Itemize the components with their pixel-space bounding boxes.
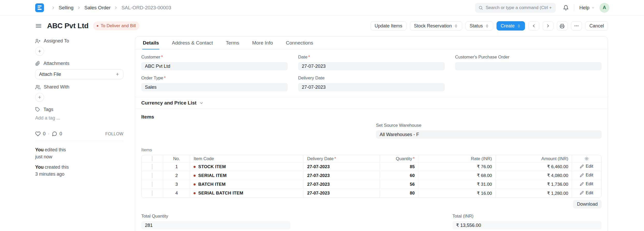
next-document-button[interactable] [543,21,553,31]
row-checkbox[interactable] [152,182,152,187]
notification-bell-icon[interactable] [563,5,569,11]
row-no: 1 [163,162,190,171]
global-search-input[interactable] [486,5,552,10]
source-warehouse-input[interactable]: All Warehouses - F [376,130,602,139]
comment-icon[interactable] [52,131,57,137]
delivery-date-input[interactable]: 27-07-2023 [298,83,445,91]
items-grid-label: Items [141,147,602,153]
required-marker: * [308,55,310,59]
attach-file-button[interactable]: Attach File [35,69,123,79]
row-checkbox[interactable] [152,164,152,169]
grid-settings-button[interactable] [572,155,601,162]
like-heart-icon[interactable] [35,131,41,137]
edit-row-button[interactable]: Edit [580,190,593,196]
delivery-date-label: Delivery Date [298,76,324,80]
tab-address-contact[interactable]: Address & Contact [171,36,213,49]
currency-section-title: Currency and Price List [141,100,196,106]
tab-details[interactable]: Details [142,36,159,49]
cancel-button[interactable]: Cancel [585,21,608,31]
erpnext-logo[interactable] [35,3,44,12]
create-button[interactable]: Create [497,21,525,31]
details-form: Customer* ABC Pvt Ltd Date* 27-07-2023 C… [135,49,608,97]
edit-label: Edit [586,164,593,169]
attachments-label: Attachments [43,61,69,66]
breadcrumb-sales-order[interactable]: Sales Order [84,5,110,11]
row-delivery-date: 27-07-2023 [304,189,380,198]
row-checkbox[interactable] [152,173,152,178]
activity-actor: You [35,165,44,170]
breadcrumb-selling[interactable]: Selling [59,5,73,11]
item-row: 2 SERIAL ITEM 27-07-2023 60 ₹ 68.00 ₹ 4,… [142,171,601,180]
row-checkbox[interactable] [152,190,152,196]
update-items-button[interactable]: Update Items [371,21,406,31]
customer-input[interactable]: ABC Pvt Ltd [141,62,288,70]
more-options-button[interactable] [571,21,582,31]
row-rate: ₹ 16.00 [418,189,496,198]
row-amount: ₹ 1,280.00 [495,189,572,198]
date-input[interactable]: 27-07-2023 [298,62,445,70]
currency-price-list-section[interactable]: Currency and Price List [135,97,608,109]
status-badge: To Deliver and Bill [93,21,139,30]
add-tag-input[interactable]: Add a tag ... [35,115,123,121]
required-marker: * [334,156,336,161]
print-button[interactable] [557,21,568,31]
prev-document-button[interactable] [528,21,539,31]
plus-icon [115,72,120,76]
stock-reservation-button[interactable]: Stock Reservation [410,21,462,31]
printer-icon [560,24,565,28]
chevron-right-icon [114,6,118,10]
total-quantity-label: Total Quantity [141,214,290,219]
user-avatar[interactable]: A [599,3,609,13]
add-share-button[interactable] [35,93,44,102]
download-button[interactable]: Download [573,200,602,208]
row-quantity: 56 [380,180,418,189]
chevron-down-icon [199,101,204,105]
item-indicator-dot [194,166,196,168]
activity-entry: Youedited this just now [35,147,123,159]
order-type-input[interactable]: Sales [141,83,288,91]
item-row: 3 BATCH ITEM 27-07-2023 56 ₹ 31.00 ₹ 1,7… [142,180,601,189]
page-header: ABC Pvt Ltd To Deliver and Bill Update I… [0,16,644,36]
tags-label: Tags [43,107,53,112]
sidebar-toggle-icon[interactable] [35,23,42,29]
help-menu[interactable]: Help [579,5,595,11]
edit-row-button[interactable]: Edit [580,181,593,187]
global-search[interactable] [475,3,556,13]
row-amount: ₹ 4,080.00 [495,171,572,180]
attach-file-label: Attach File [39,72,61,77]
customer-po-input[interactable] [455,62,602,70]
row-rate: ₹ 31.00 [418,180,496,189]
col-delivery-date: Delivery Date [307,156,334,161]
pencil-icon [580,182,584,186]
date-label: Date [298,55,307,59]
edit-row-button[interactable]: Edit [580,173,593,178]
col-amount: Amount (INR) [495,155,572,162]
items-section: Items Set Source Warehouse All Warehouse… [135,109,608,231]
tab-more-info[interactable]: More Info [251,36,273,49]
select-all-checkbox[interactable] [152,156,152,161]
activity-action: edited this [45,147,66,152]
pencil-icon [580,173,584,177]
items-section-heading: Items [141,114,602,120]
status-button[interactable]: Status [465,21,493,31]
status-button-label: Status [470,23,483,29]
tab-terms[interactable]: Terms [225,36,240,49]
required-marker: * [161,55,163,59]
edit-label: Edit [586,173,593,178]
paperclip-icon [35,61,40,66]
order-type-label: Order Type [141,76,163,80]
edit-row-button[interactable]: Edit [580,164,593,169]
customer-label: Customer [141,55,160,59]
assign-user-icon [35,39,40,44]
users-icon [35,85,40,90]
row-amount: ₹ 6,460.00 [495,162,572,171]
customer-field: Customer* ABC Pvt Ltd [141,55,288,70]
select-updown-icon [485,24,489,28]
row-quantity: 80 [380,189,418,198]
chevron-right-icon [77,6,81,10]
total-inr-field: Total (INR) ₹ 13,556.00 [453,214,602,229]
tab-connections[interactable]: Connections [285,36,314,49]
add-assignment-button[interactable] [35,47,44,56]
follow-button[interactable]: FOLLOW [105,132,123,136]
comment-count: 0 [60,131,62,137]
